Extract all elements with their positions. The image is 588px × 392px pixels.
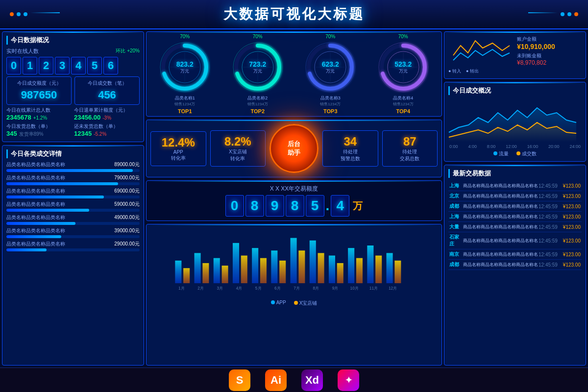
svg-rect-55 — [348, 248, 354, 283]
tx-time: 12:45:59 — [538, 191, 560, 201]
tx-product: 商品名称商品名称商品名称商品名称名称 — [462, 222, 538, 232]
counter-digit: 6 — [103, 57, 118, 74]
figma-icon[interactable]: ✦ — [338, 369, 359, 391]
svg-rect-50 — [318, 253, 324, 283]
tx-city: 北京 — [448, 191, 462, 201]
today-amount-value: 987650 — [11, 89, 67, 101]
section-title-today: 今日成交概况 — [448, 86, 582, 95]
header-dot — [10, 12, 14, 16]
table-row: 上海 商品名称商品名称商品名称商品名称名称 12:45:59 ¥123.00 — [448, 212, 582, 222]
gauge-top1: 70% — [155, 34, 214, 114]
tx-time: 12:45:59 — [538, 222, 560, 232]
tx-amount: ¥123.00 — [560, 249, 582, 260]
online-counter: 0123456 — [6, 57, 140, 74]
today-count-value: 456 — [79, 89, 135, 101]
svg-text:1月: 1月 — [178, 286, 185, 291]
svg-text:2月: 2月 — [197, 286, 204, 291]
today-stats-row: 今日成交额度（元） 987650 今日成交数（笔） 456 — [6, 76, 140, 105]
account-value1: ¥10,910,000 — [517, 43, 582, 50]
svg-text:4月: 4月 — [236, 286, 243, 291]
sketch-icon[interactable]: S — [229, 369, 250, 391]
today-count-box: 今日成交数（笔） 456 — [74, 76, 140, 105]
svg-rect-47 — [298, 250, 305, 283]
tx-time: 12:45:59 — [538, 201, 560, 212]
tx-city: 成都 — [448, 260, 462, 270]
tx-decimal-point: . — [326, 198, 330, 214]
metric-pending-tx: 87 待处理交易总数 — [382, 130, 438, 167]
center-orb[interactable]: 后台助手 — [270, 124, 318, 173]
sparkline-chart — [448, 36, 512, 65]
svg-text:7月: 7月 — [294, 286, 300, 291]
tx-product: 商品名称商品名称商品名称商品名称名称 — [462, 181, 538, 191]
tx-product: 商品名称商品名称商品名称商品名称名称 — [462, 249, 538, 260]
metric-app-value: 12.4% — [155, 136, 202, 149]
tx-city: 大量 — [448, 222, 462, 232]
counter-digit: 5 — [87, 57, 102, 74]
metric-pending-label: 待处理交易总数 — [387, 148, 434, 162]
metric-warning: 34 待处理预警总数 — [322, 130, 378, 167]
data-overview-card: 今日数据概况 实时在线人数 环比 +20% 0123456 今日成交额度（元） … — [2, 31, 144, 142]
svg-text:9月: 9月 — [332, 286, 339, 291]
gauge-top4: 70% — [374, 34, 433, 114]
transaction-amount-card: X X XX年交易额度 08985.4万 — [146, 180, 442, 221]
bar-chart: 1月2月3月4月5月6月7月8月9月10月11月12月 — [150, 228, 438, 297]
category-detail-card: 今日各类成交详情 品类名称品类名称品类名称 89000.00元 品类名称品类名称… — [2, 145, 144, 366]
category-item: 品类名称品类名称品类名称 89000.00元 — [6, 161, 140, 172]
tx-amount: ¥123.00 — [560, 232, 582, 249]
tx-digit: 8 — [245, 195, 264, 217]
svg-rect-43 — [271, 250, 277, 283]
svg-rect-31 — [195, 253, 201, 283]
gauge-top2: 70% — [228, 34, 287, 114]
small-stat-item: 今日退单累计额度（元） 23456.00 -3% — [74, 107, 140, 121]
online-change: 环比 +20% — [116, 48, 140, 55]
category-item: 品类名称品类名称品类名称 59000.00元 — [6, 201, 140, 212]
transaction-table: 上海 商品名称商品名称商品名称商品名称名称 12:45:59 ¥123.00 北… — [448, 181, 582, 270]
today-amount-box: 今日成交额度（元） 987650 — [6, 76, 72, 105]
tx-unit: 万 — [353, 199, 363, 213]
svg-rect-62 — [394, 261, 401, 283]
svg-rect-28 — [175, 261, 181, 283]
gauges-card: 70% — [146, 31, 442, 117]
header-dot — [24, 12, 27, 16]
tx-city: 南京 — [448, 249, 462, 260]
tx-time: 12:45:59 — [538, 249, 560, 260]
tx-digit: 9 — [266, 195, 284, 217]
table-row: 石家庄 商品名称商品名称商品名称商品名称名称 12:45:59 ¥123.00 — [448, 232, 582, 249]
svg-rect-35 — [222, 266, 228, 283]
right-panel: ● 转入 ● 转出 账户金额 ¥10,910,000 未到账金额 ¥8,970,… — [444, 31, 586, 366]
svg-rect-32 — [202, 263, 209, 283]
line-chart — [448, 98, 582, 142]
svg-rect-44 — [279, 261, 286, 283]
metric-app-conversion: 12.4% APP转化率 — [150, 131, 206, 166]
tx-product: 商品名称商品名称商品名称商品名称名称 — [462, 212, 538, 222]
ai-icon[interactable]: Ai — [265, 369, 287, 391]
today-amount-label: 今日成交额度（元） — [11, 80, 67, 87]
legend-shop: X宝店铺 — [294, 300, 318, 307]
svg-text:3月: 3月 — [217, 286, 223, 291]
svg-rect-40 — [252, 248, 258, 283]
svg-text:12月: 12月 — [389, 286, 397, 291]
sparkline-legend-out: ● 转出 — [466, 68, 479, 74]
metric-pending-value: 87 — [387, 135, 434, 148]
tx-city: 石家庄 — [448, 232, 462, 249]
header-line — [30, 12, 60, 13]
small-stats-grid: 今日在线累计总人数 2345678 +1.2% 今日退单累计额度（元） 2345… — [6, 107, 140, 138]
header-decor-left — [10, 12, 60, 16]
transaction-title: X X XX年交易额度 — [150, 185, 438, 193]
metric-shop-conversion: 8.2% X宝店铺转化率 — [210, 130, 266, 167]
header-decor-right — [528, 12, 578, 16]
category-item: 品类名称品类名称品类名称 69000.00元 — [6, 188, 140, 198]
table-row: 成都 商品名称商品名称商品名称商品名称名称 12:45:59 ¥123.00 — [448, 201, 582, 212]
metric-shop-label: X宝店铺转化率 — [215, 148, 262, 162]
page-title: 大数据可视化大标题 — [223, 5, 365, 24]
counter-digit: 2 — [39, 57, 53, 74]
tx-product: 商品名称商品名称商品名称商品名称名称 — [462, 201, 538, 212]
account-label1: 账户金额 — [517, 36, 582, 43]
counter-digit: 3 — [55, 57, 70, 74]
main-content: 今日数据概况 实时在线人数 环比 +20% 0123456 今日成交额度（元） … — [0, 29, 588, 368]
svg-text:5月: 5月 — [255, 286, 262, 291]
today-count-label: 今日成交数（笔） — [79, 80, 135, 87]
xd-icon[interactable]: Xd — [301, 369, 323, 391]
table-row: 南京 商品名称商品名称商品名称商品名称名称 12:45:59 ¥123.00 — [448, 249, 582, 260]
header-dot — [574, 12, 578, 16]
